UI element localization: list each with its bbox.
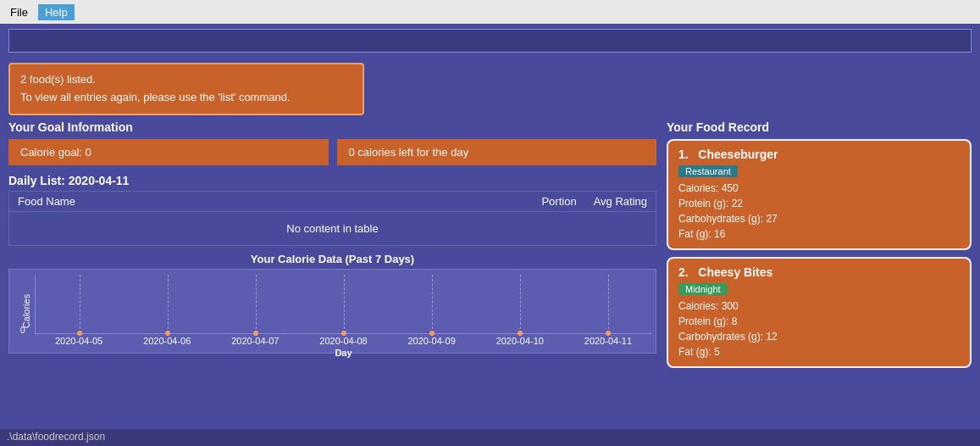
calorie-goal-label: Calorie goal: 0: [20, 146, 91, 159]
menu-file[interactable]: File: [3, 4, 35, 20]
x-date-6: 2020-04-10: [496, 336, 544, 346]
food-item-1-title: Cheeseburger: [698, 148, 778, 161]
goal-row: Calorie goal: 0 0 calories left for the …: [8, 139, 656, 165]
daily-list-table: Food Name Portion Avg Rating No content …: [8, 191, 656, 246]
chart-vline-3: [256, 275, 257, 333]
x-date-5: 2020-04-09: [407, 336, 455, 346]
chart-vline-6: [520, 275, 521, 333]
x-date-2: 2020-04-06: [143, 336, 191, 346]
food-1-fat: Fat (g): 16: [678, 226, 960, 242]
x-date-4: 2020-04-08: [319, 336, 367, 346]
chart-x-axis-label: Day: [35, 348, 652, 358]
chart-vline-1: [80, 275, 80, 333]
food-item-1-name: 1. Cheeseburger: [678, 148, 960, 161]
x-date-1: 2020-04-05: [55, 336, 102, 346]
food-1-protein: Protein (g): 22: [678, 196, 960, 211]
food-tag-1: Restaurant: [678, 165, 738, 177]
main-layout: Your Goal Information Calorie goal: 0 0 …: [0, 120, 980, 375]
status-bar-text: .\data\foodrecord.json: [7, 431, 105, 443]
col-food-name: Food Name: [18, 195, 541, 208]
command-input[interactable]: [8, 29, 972, 53]
food-item-1-tag: Restaurant: [678, 164, 960, 181]
food-item-2-details: Calories: 300 Protein (g): 8 Carbohydrat…: [678, 298, 960, 360]
food-1-carbs: Carbohydrates (g): 27: [678, 211, 960, 226]
chart-dot-1: [77, 331, 82, 336]
x-date-7: 2020-04-11: [584, 336, 632, 346]
chart-dot-5: [429, 331, 435, 336]
notification-banner: 2 food(s) listed. To view all entries ag…: [8, 63, 364, 115]
table-empty-message: No content in table: [9, 212, 656, 245]
chart-x-labels: 2020-04-05 2020-04-06 2020-04-07 2020-04…: [35, 336, 652, 346]
chart-lines: [36, 275, 652, 333]
chart-zero: 0: [20, 326, 25, 335]
food-item-1-details: Calories: 450 Protein (g): 22 Carbohydra…: [678, 181, 960, 242]
food-2-carbs: Carbohydrates (g): 12: [678, 329, 960, 344]
daily-list-title: Daily List: 2020-04-11: [8, 174, 656, 187]
right-panel: Your Food Record 1. Cheeseburger Restaur…: [667, 120, 972, 375]
food-item-2: 2. Cheesy Bites Midnight Calories: 300 P…: [667, 257, 972, 368]
goal-section-title: Your Goal Information: [8, 120, 656, 134]
chart-title: Your Calorie Data (Past 7 Days): [8, 253, 656, 265]
food-item-1: 1. Cheeseburger Restaurant Calories: 450…: [667, 139, 972, 250]
chart-inner: 0: [35, 275, 652, 334]
food-item-2-tag: Midnight: [678, 282, 960, 298]
food-item-1-index: 1.: [678, 148, 689, 161]
chart-vline-5: [432, 275, 433, 333]
status-bar: .\data\foodrecord.json: [0, 429, 980, 446]
food-item-2-name: 2. Cheesy Bites: [678, 265, 960, 279]
chart-dot-2: [165, 331, 170, 336]
table-header: Food Name Portion Avg Rating: [9, 192, 656, 212]
chart-section: Your Calorie Data (Past 7 Days) Calories…: [8, 253, 656, 354]
calories-left-box: 0 calories left for the day: [337, 139, 657, 165]
food-2-calories: Calories: 300: [678, 298, 960, 314]
food-1-calories: Calories: 450: [678, 181, 960, 196]
food-tag-2: Midnight: [678, 283, 728, 295]
chart-y-label: Calories: [21, 293, 31, 327]
food-2-fat: Fat (g): 5: [678, 344, 960, 360]
left-panel: Your Goal Information Calorie goal: 0 0 …: [8, 120, 656, 375]
menu-help[interactable]: Help: [38, 4, 75, 20]
chart-vline-2: [168, 275, 169, 333]
chart-dots: [36, 331, 652, 336]
command-bar: [0, 24, 980, 58]
notification-line1: 2 food(s) listed.: [20, 71, 352, 89]
chart-vline-4: [344, 275, 345, 333]
calorie-goal-box: Calorie goal: 0: [8, 139, 329, 165]
food-2-protein: Protein (g): 8: [678, 314, 960, 329]
chart-area: Calories 0: [8, 269, 656, 354]
chart-dot-3: [253, 331, 258, 336]
notification-line2: To view all entries again, please use th…: [20, 89, 352, 107]
col-portion: Portion: [541, 195, 576, 208]
chart-dot-4: [341, 331, 346, 336]
chart-vline-7: [608, 275, 609, 333]
food-item-2-title: Cheesy Bites: [698, 265, 772, 279]
food-record-title: Your Food Record: [667, 120, 972, 134]
menubar: File Help: [0, 0, 980, 24]
chart-dot-7: [606, 331, 611, 336]
col-avg-rating: Avg Rating: [594, 195, 647, 208]
food-item-2-index: 2.: [678, 265, 689, 279]
chart-dot-6: [518, 331, 523, 336]
calories-left-label: 0 calories left for the day: [349, 146, 469, 159]
x-date-3: 2020-04-07: [231, 336, 279, 346]
